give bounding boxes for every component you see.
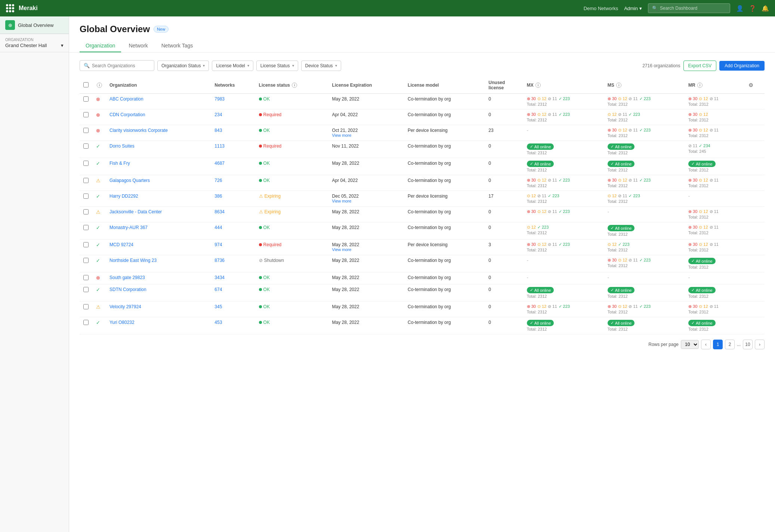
networks-count[interactable]: 3434 <box>214 275 225 280</box>
org-name-link[interactable]: Harry DD2292 <box>109 194 138 199</box>
license-model-value: Co-termination by org <box>408 275 451 280</box>
org-name-link[interactable]: Galapagos Quarters <box>109 178 150 183</box>
row-org-name-cell: MCD 92724 <box>106 239 211 255</box>
rows-per-page-select[interactable]: 10 25 50 <box>681 340 699 349</box>
row-checkbox[interactable] <box>83 161 89 166</box>
pagination-prev[interactable]: ‹ <box>701 340 711 349</box>
tab-organization[interactable]: Organization <box>80 40 121 52</box>
orange-count: ⊙ 12 <box>618 304 627 309</box>
org-name-link[interactable]: South gate 29823 <box>109 275 145 280</box>
org-name-link[interactable]: Velocity 297924 <box>109 304 141 309</box>
networks-count[interactable]: 8634 <box>214 209 225 214</box>
unused-license-value: 0 <box>488 143 491 149</box>
export-csv-button[interactable]: Export CSV <box>683 61 717 71</box>
row-status-cell: ✓ <box>92 141 106 158</box>
table-settings-icon[interactable]: ⚙ <box>748 82 753 88</box>
networks-count[interactable]: 453 <box>214 320 222 325</box>
bell-icon[interactable]: 🔔 <box>762 5 769 12</box>
row-checkbox[interactable] <box>83 143 89 149</box>
org-name-link[interactable]: Jacksonville - Data Center <box>109 209 162 214</box>
admin-dropdown[interactable]: Admin ▾ <box>624 6 642 11</box>
search-dashboard-input[interactable]: 🔍 Search Dashboard <box>648 3 730 13</box>
license-expiration-date: Nov 11, 2022 <box>332 143 359 149</box>
row-mx-cell: ⊙ 12⊘ 11✓ 223Total: 2312 <box>523 191 604 207</box>
meraki-logo[interactable]: Meraki <box>6 5 38 12</box>
help-icon[interactable]: ❓ <box>749 5 756 12</box>
row-checkbox[interactable] <box>83 225 89 230</box>
ms-info-icon[interactable]: i <box>616 83 621 88</box>
view-more-link[interactable]: View more <box>332 133 400 137</box>
row-ms-cell: ✓ All online Total: 2312 <box>604 158 685 175</box>
table-info-icon[interactable]: i <box>97 83 102 88</box>
sidebar-global-overview[interactable]: ⊕ Global Overview <box>0 16 69 34</box>
row-checkbox[interactable] <box>83 275 89 280</box>
pagination-page-1[interactable]: 1 <box>713 340 723 349</box>
row-license-expiration-cell: May 28, 2022 <box>328 222 404 239</box>
sidebar-org-name[interactable]: Grand Chester Hall ▾ <box>5 43 64 48</box>
view-more-link[interactable]: View more <box>332 199 400 203</box>
search-organizations-input[interactable]: 🔍 <box>80 60 154 71</box>
pagination-next[interactable]: › <box>755 340 765 349</box>
networks-count[interactable]: 843 <box>214 128 222 133</box>
device-status-counts: ⊗ 30⊙ 12⊘ 11✓ 223Total: 2312 <box>608 96 681 106</box>
search-orgs-field[interactable] <box>92 63 150 68</box>
license-status-info-icon[interactable]: i <box>292 83 297 88</box>
row-checkbox[interactable] <box>83 304 89 309</box>
org-name-link[interactable]: Fish & Fry <box>109 161 130 166</box>
row-checkbox-cell <box>80 191 92 207</box>
mx-info-icon[interactable]: i <box>535 83 541 88</box>
networks-count[interactable]: 444 <box>214 225 222 230</box>
row-checkbox[interactable] <box>83 209 89 214</box>
gray-count: ⊘ 11 <box>548 304 557 309</box>
row-org-name-cell: Monastry-AUR 367 <box>106 222 211 239</box>
org-status-filter[interactable]: Organization Status ▾ <box>157 61 209 71</box>
select-all-checkbox[interactable] <box>83 82 89 87</box>
pagination-page-2[interactable]: 2 <box>725 340 735 349</box>
networks-count[interactable]: 1113 <box>214 143 225 149</box>
row-checkbox[interactable] <box>83 178 89 183</box>
tab-network-tags[interactable]: Network Tags <box>155 40 199 52</box>
org-name-link[interactable]: Northside East Wing 23 <box>109 258 157 263</box>
add-organization-button[interactable]: Add Organization <box>719 61 765 71</box>
org-name-link[interactable]: Clarity visionworks Corporate <box>109 128 168 133</box>
org-name-link[interactable]: Dorro Suites <box>109 143 135 149</box>
networks-count[interactable]: 4687 <box>214 161 225 166</box>
row-checkbox[interactable] <box>83 242 89 247</box>
org-name-link[interactable]: CDN Corportation <box>109 112 145 117</box>
networks-count[interactable]: 7983 <box>214 96 225 102</box>
networks-count[interactable]: 974 <box>214 242 222 247</box>
mr-info-icon[interactable]: i <box>697 83 703 88</box>
networks-count[interactable]: 234 <box>214 112 222 117</box>
org-name-link[interactable]: MCD 92724 <box>109 242 133 247</box>
org-name-link[interactable]: Yuri O80232 <box>109 320 135 325</box>
green-count: ✓ 223 <box>629 112 640 117</box>
org-name-link[interactable]: ABC Corporation <box>109 96 143 102</box>
license-status-filter[interactable]: License Status ▾ <box>256 61 298 71</box>
row-checkbox[interactable] <box>83 320 89 325</box>
license-model-value: Co-termination by org <box>408 225 451 230</box>
user-icon[interactable]: 👤 <box>736 5 744 12</box>
pagination-page-last[interactable]: 10 <box>743 340 753 349</box>
red-count: ⊗ 30 <box>688 304 697 309</box>
networks-count[interactable]: 345 <box>214 304 222 309</box>
row-checkbox[interactable] <box>83 128 89 133</box>
row-checkbox-cell <box>80 239 92 255</box>
networks-count[interactable]: 386 <box>214 194 222 199</box>
row-checkbox[interactable] <box>83 258 89 263</box>
networks-count[interactable]: 8736 <box>214 258 225 263</box>
org-name-link[interactable]: SDTN Corporation <box>109 287 146 292</box>
row-checkbox[interactable] <box>83 194 89 199</box>
row-license-model-cell: Co-termination by org <box>404 301 485 317</box>
networks-count[interactable]: 674 <box>214 287 222 292</box>
tab-network[interactable]: Network <box>123 40 154 52</box>
green-count: ✓ 223 <box>548 194 559 198</box>
org-name-link[interactable]: Monastry-AUR 367 <box>109 225 148 230</box>
row-checkbox[interactable] <box>83 287 89 292</box>
demo-networks-link[interactable]: Demo Networks <box>584 6 618 11</box>
device-status-filter[interactable]: Device Status ▾ <box>301 61 341 71</box>
row-checkbox[interactable] <box>83 96 89 102</box>
row-checkbox[interactable] <box>83 112 89 117</box>
license-model-filter[interactable]: License Model ▾ <box>212 61 253 71</box>
networks-count[interactable]: 726 <box>214 178 222 183</box>
view-more-link[interactable]: View more <box>332 247 400 252</box>
